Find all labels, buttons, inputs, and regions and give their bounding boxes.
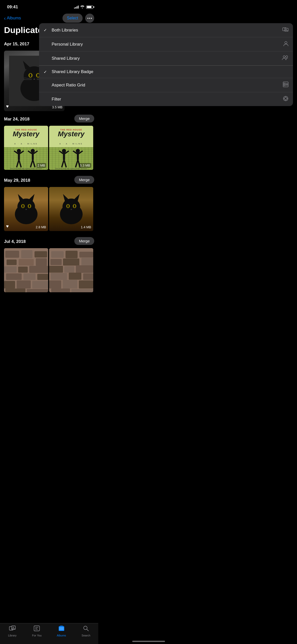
back-chevron-icon: ‹	[4, 16, 6, 21]
photo-thumb-3b: 1.4 MB	[49, 187, 93, 231]
photo-size-3b: 1.4 MB	[81, 225, 91, 229]
menu-label-filter: Filter	[52, 97, 61, 102]
svg-marker-56	[73, 194, 80, 202]
svg-point-35	[76, 149, 80, 153]
svg-point-59	[67, 205, 69, 208]
photo-thumb-4b	[49, 248, 93, 292]
merge-button-3[interactable]: Merge	[74, 176, 94, 184]
svg-line-29	[19, 160, 21, 167]
back-button[interactable]: ‹ Albums	[4, 16, 21, 21]
menu-item-shared-library[interactable]: ✓ Shared Library	[39, 51, 98, 66]
svg-point-11	[29, 74, 31, 77]
section-date-4: Jul 4, 2018	[4, 235, 26, 247]
svg-point-12	[37, 74, 39, 77]
svg-rect-89	[76, 265, 93, 273]
photos-row-4	[4, 248, 94, 295]
cat-illustration-3a	[7, 190, 45, 228]
menu-item-both-libraries[interactable]: ✓ Both Libraries	[39, 23, 98, 37]
svg-rect-85	[63, 259, 79, 266]
section-header-3: May 29, 2018 Merge	[4, 172, 94, 187]
svg-rect-71	[29, 266, 48, 273]
svg-rect-93	[49, 280, 61, 288]
heart-icon-3a: ♥	[6, 224, 9, 229]
cat-illustration-3b	[52, 190, 90, 228]
stones-illustration-4b	[49, 248, 93, 292]
select-button[interactable]: Select	[62, 14, 83, 23]
svg-marker-55	[63, 194, 70, 202]
menu-label-both-libraries: Both Libraries	[52, 28, 78, 33]
svg-marker-46	[18, 194, 24, 202]
photos-row-3: ♥ 2.8 MB 1.4 MB	[4, 187, 94, 234]
svg-rect-69	[4, 266, 17, 273]
section-date-3: May 29, 2018	[4, 174, 30, 185]
back-label: Albums	[7, 16, 21, 21]
svg-rect-74	[37, 274, 48, 280]
photos-row-2: The Red House Mystery A · A · MILNE	[4, 126, 94, 172]
svg-point-3	[91, 18, 92, 19]
svg-rect-81	[51, 251, 64, 258]
status-icons	[74, 5, 93, 9]
photo-thumb-3a: ♥ 2.8 MB	[4, 187, 48, 231]
menu-item-shared-library-badge[interactable]: ✓ Shared Library Badge	[39, 66, 98, 78]
nav-right: Select	[62, 14, 94, 23]
menu-label-personal-library: Personal Library	[52, 42, 83, 47]
battery-icon	[86, 6, 93, 9]
signal-icon	[74, 6, 79, 9]
section-date-2: Mar 24, 2018	[4, 113, 29, 124]
svg-rect-79	[27, 289, 48, 292]
menu-item-personal-library[interactable]: ✓ Personal Library	[39, 37, 98, 51]
svg-marker-47	[28, 194, 35, 202]
svg-rect-92	[83, 273, 93, 280]
svg-rect-68	[36, 258, 47, 266]
svg-rect-94	[63, 280, 77, 288]
svg-rect-64	[21, 250, 32, 258]
svg-rect-97	[71, 289, 93, 292]
svg-rect-77	[32, 281, 48, 288]
svg-rect-86	[81, 258, 93, 266]
menu-label-shared-library-badge: Shared Library Badge	[52, 69, 93, 74]
photo-size-2a: 2 MB	[37, 163, 46, 168]
status-time: 09:41	[7, 5, 18, 10]
svg-line-42	[76, 160, 78, 167]
svg-rect-63	[5, 251, 19, 258]
svg-line-40	[62, 160, 64, 167]
wifi-icon	[80, 5, 85, 9]
svg-rect-70	[18, 267, 28, 273]
svg-rect-75	[4, 281, 15, 288]
section-date-1: Apr 15, 2017	[4, 38, 29, 49]
svg-rect-96	[51, 288, 70, 292]
more-button[interactable]	[85, 14, 94, 23]
checkmark-both-libraries: ✓	[44, 28, 49, 33]
dropdown-menu[interactable]: ✓ Both Libraries ✓ Personal Library	[39, 23, 98, 106]
svg-point-50	[22, 205, 24, 208]
photo-size-2b: 3.3 MB	[79, 163, 91, 168]
svg-rect-88	[64, 266, 74, 273]
svg-point-1	[87, 18, 88, 19]
photo-thumb-2a: The Red House Mystery A · A · MILNE	[4, 126, 48, 170]
svg-line-28	[17, 160, 19, 167]
svg-line-30	[30, 160, 33, 167]
svg-point-23	[31, 149, 35, 153]
svg-point-2	[89, 18, 90, 19]
svg-rect-72	[6, 273, 22, 280]
merge-button-4[interactable]: Merge	[74, 237, 94, 245]
svg-rect-95	[79, 280, 93, 288]
section-header-4: Jul 4, 2018 Merge	[4, 234, 94, 248]
svg-rect-90	[51, 273, 67, 280]
svg-rect-82	[65, 251, 78, 258]
svg-point-33	[62, 149, 66, 153]
svg-line-31	[33, 160, 35, 167]
svg-rect-78	[5, 288, 25, 292]
menu-item-filter[interactable]: ✓ Filter	[39, 92, 98, 106]
svg-point-0	[82, 8, 83, 9]
menu-label-aspect-ratio-grid: Aspect Ratio Grid	[52, 83, 85, 88]
heart-icon-1: ♥	[6, 104, 9, 109]
svg-rect-83	[79, 252, 93, 257]
svg-rect-84	[50, 259, 62, 265]
svg-rect-66	[7, 260, 17, 265]
photo-thumb-2b: The Red House Mystery A · A · MILNE	[49, 126, 93, 170]
merge-button-2[interactable]: Merge	[74, 115, 94, 122]
menu-item-aspect-ratio-grid[interactable]: ✓ Aspect Ratio Grid	[39, 78, 98, 92]
section-header-2: Mar 24, 2018 Merge	[4, 111, 94, 126]
menu-label-shared-library: Shared Library	[52, 56, 80, 61]
